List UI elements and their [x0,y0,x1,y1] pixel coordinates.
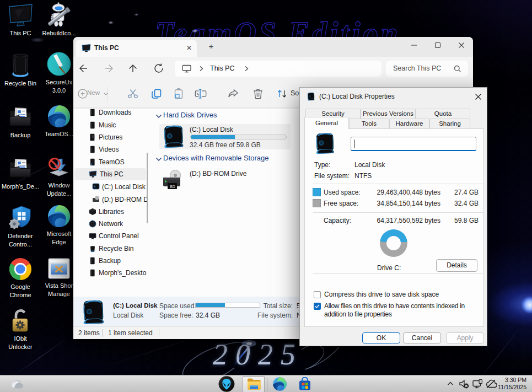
svg-text:BD: BD [170,185,175,189]
